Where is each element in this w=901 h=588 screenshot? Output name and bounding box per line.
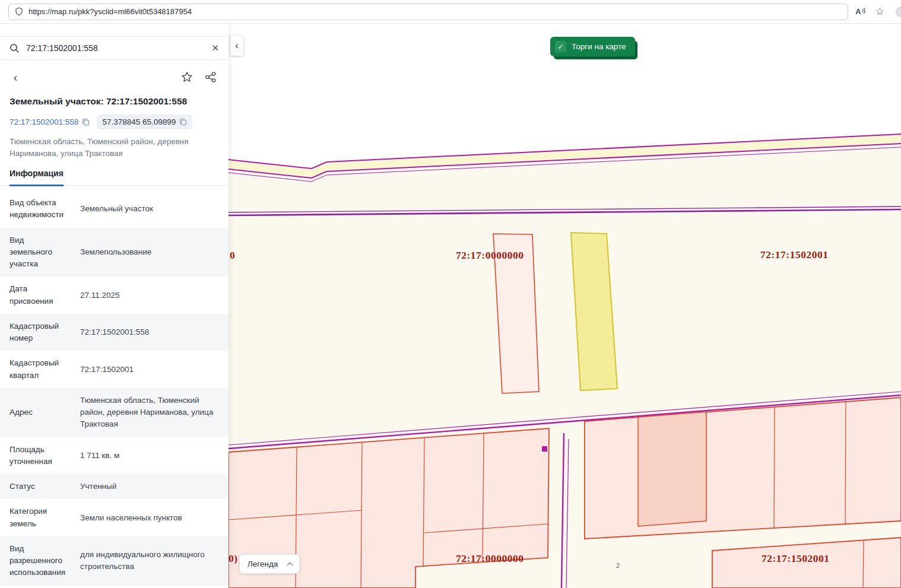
info-value: для индивидуального жилищного строительс… [80, 549, 219, 573]
table-row: Вид разрешенного использования для индив… [0, 536, 229, 586]
copy-icon[interactable] [179, 118, 187, 126]
info-label: Дата присвоения [9, 283, 68, 307]
page: https://map.ru/pkk?ysclid=ml66vit0t53481… [0, 0, 901, 588]
address-bar[interactable]: https://map.ru/pkk?ysclid=ml66vit0t53481… [8, 4, 848, 20]
torgi-button[interactable]: ✓ Торги на карте [550, 37, 635, 56]
quarter-label: 72:17:1502001 [762, 552, 829, 564]
info-label: Адрес [9, 406, 68, 418]
table-row: Вид земельного участка Землепользование [0, 228, 229, 277]
info-label: Статус [9, 481, 68, 492]
cadastral-number-chip[interactable]: 72:17:1502001:558 [9, 117, 90, 126]
quarter-label-cut: 0 [230, 249, 235, 261]
quarter-label-cut: 0) [229, 552, 238, 564]
url-text: https://map.ru/pkk?ysclid=ml66vit0t53481… [28, 7, 192, 16]
search-input[interactable] [26, 43, 205, 53]
browser-bar: https://map.ru/pkk?ysclid=ml66vit0t53481… [0, 0, 901, 24]
object-toolbar: ‹ [0, 60, 229, 91]
chevron-up-icon [287, 562, 293, 566]
collapse-sidebar-icon[interactable]: ‹ [230, 36, 243, 56]
coordinates-text: 57.378845 65.09899 [102, 117, 176, 126]
bookmark-star-icon[interactable]: ☆ [875, 7, 884, 17]
info-label: Категория земель [9, 506, 68, 530]
table-row: Площадь уточненная 1 711 кв. м [0, 437, 229, 475]
info-value: 27.11.2025 [80, 290, 219, 301]
boundary-node-marker[interactable] [542, 446, 547, 452]
sound-waves-icon [862, 7, 866, 14]
info-label: Вид объекта недвижимости [9, 197, 68, 221]
quarter-label: 72:17:0000000 [456, 552, 524, 564]
table-row: Вид объекта недвижимости Земельный участ… [0, 190, 229, 228]
info-value: Учтенный [80, 481, 219, 492]
info-label: Вид разрешенного использования [9, 543, 68, 579]
share-icon[interactable] [205, 71, 217, 83]
sidebar: ✕ ‹ Земельный участок: 72:17:1502001 [0, 24, 229, 588]
info-label: Кадастровый номер [9, 320, 68, 345]
info-value: Тюменская область, Тюменский район, дере… [80, 395, 219, 431]
table-row: Дата присвоения 27.11.2025 [0, 276, 229, 314]
tab-information[interactable]: Информация [9, 169, 64, 186]
object-chips: 72:17:1502001:558 57.378845 65.09899 [9, 115, 219, 129]
copy-icon[interactable] [82, 118, 90, 126]
info-value: Земли населенных пунктов [80, 512, 219, 524]
info-value: Земельный участок [80, 203, 219, 215]
table-row: Кадастровый квартал 72:17:1502001 [0, 351, 229, 388]
cadastral-number-text: 72:17:1502001:558 [9, 117, 78, 126]
browser-actions: A ☆ [855, 7, 893, 17]
cadastral-map[interactable]: 72:17:0000000 72:17:1502001 0 72:17:0000… [229, 24, 901, 588]
search-icon [9, 43, 20, 53]
favorite-star-icon[interactable] [181, 71, 193, 83]
parcel-number-label: 2 [616, 562, 620, 569]
info-value: Землепользование [80, 246, 219, 258]
back-icon[interactable]: ‹ [7, 69, 24, 85]
table-row: Категория земель Земли населенных пункто… [0, 499, 229, 536]
info-value: 72:17:1502001 [80, 364, 219, 376]
parcel-block[interactable] [585, 398, 901, 539]
table-row: Форма собственности - [0, 586, 229, 588]
read-aloud-letter: A [855, 7, 861, 16]
clear-search-icon[interactable]: ✕ [211, 43, 219, 53]
info-value: 72:17:1502001:558 [80, 326, 219, 338]
info-label: Кадастровый квартал [9, 357, 68, 382]
legend-label: Легенда [248, 560, 278, 568]
info-label: Площадь уточненная [9, 444, 68, 468]
object-address: Тюменская область, Тюменский район, дере… [9, 136, 205, 159]
page-title: Земельный участок: 72:17:1502001:558 [9, 96, 219, 107]
quarter-label: 72:17:1502001 [760, 249, 828, 260]
parcel-highlighted[interactable] [638, 412, 706, 526]
read-aloud-icon[interactable]: A [855, 7, 865, 16]
torgi-label: Торги на карте [572, 42, 626, 51]
quarter-label: 72:17:0000000 [456, 249, 524, 261]
coordinates-chip[interactable]: 57.378845 65.09899 [97, 115, 192, 129]
table-row: Кадастровый номер 72:17:1502001:558 [0, 314, 229, 351]
profile-avatar[interactable] [896, 7, 901, 17]
info-label: Вид земельного участка [9, 234, 68, 271]
info-table: Вид объекта недвижимости Земельный участ… [0, 190, 229, 588]
table-row: Статус Учтенный [0, 474, 229, 499]
search-bar[interactable]: ✕ [0, 36, 229, 60]
info-value: 1 711 кв. м [80, 450, 219, 462]
legend-button[interactable]: Легенда [239, 554, 300, 574]
table-row: Адрес Тюменская область, Тюменский район… [0, 388, 229, 437]
tabs: Информация [0, 168, 229, 186]
map-viewport[interactable]: 72:17:0000000 72:17:1502001 0 72:17:0000… [229, 24, 901, 588]
check-icon: ✓ [555, 41, 566, 52]
site-info-shield-icon[interactable] [15, 7, 23, 16]
